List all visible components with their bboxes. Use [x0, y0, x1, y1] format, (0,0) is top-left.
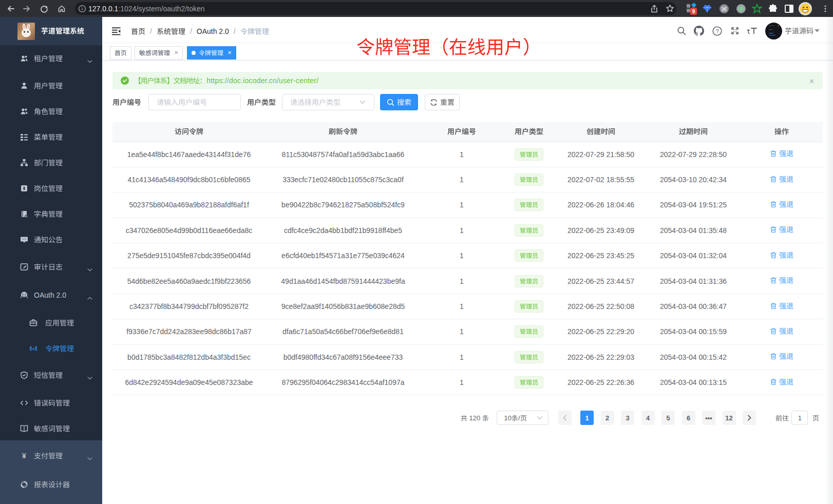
- svg-text:⌘: ⌘: [721, 5, 727, 12]
- svg-text:a: a: [32, 346, 35, 351]
- svg-text:¥: ¥: [22, 452, 26, 460]
- svg-text:9: 9: [692, 9, 695, 14]
- svg-text:?: ?: [715, 28, 718, 34]
